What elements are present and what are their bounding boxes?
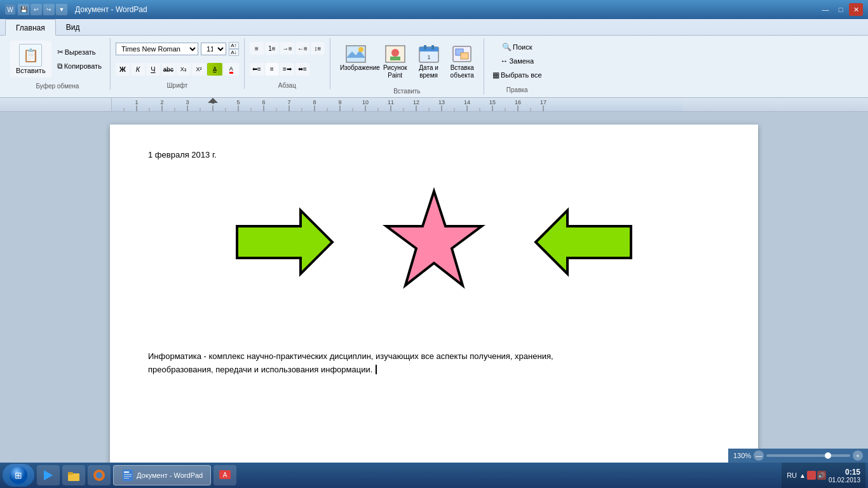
- highlight-button[interactable]: A̲: [207, 63, 222, 76]
- paste-button[interactable]: 📋 Вставить: [10, 41, 51, 78]
- object-label: Вставка объекта: [451, 64, 474, 79]
- font-color-button[interactable]: A: [224, 63, 239, 76]
- taskbar-explorer-button[interactable]: [62, 465, 85, 485]
- ribbon-group-paragraph: ≡ 1≡ →≡ ←≡ ↕≡ ⬅≡ ≡ ≡➡ ⬌≡ Абзац: [245, 38, 330, 89]
- line-spacing-button[interactable]: ↕≡: [311, 42, 325, 55]
- select-all-button[interactable]: ▦ Выбрать все: [489, 69, 545, 81]
- signal-icon[interactable]: [807, 471, 816, 480]
- document-body-text[interactable]: Информатика - комплекс научно-практическ…: [148, 350, 593, 377]
- indent-more-button[interactable]: →≡: [280, 42, 294, 55]
- increase-font-button[interactable]: A↑: [229, 42, 239, 49]
- editing-label: Правка: [489, 84, 545, 93]
- italic-button[interactable]: К: [131, 63, 145, 76]
- clipboard-label: Буфер обмена: [10, 80, 105, 90]
- ribbon-group-clipboard: 📋 Вставить ✂ Вырезать ⧉ Копировать Буфер…: [5, 38, 111, 90]
- decrease-font-button[interactable]: A↓: [229, 49, 239, 56]
- taskbar-wordpad-button[interactable]: Документ - WordPad: [113, 465, 211, 485]
- picture-button[interactable]: Изображение: [336, 41, 376, 75]
- superscript-button[interactable]: X²: [192, 63, 206, 76]
- tab-view[interactable]: Вид: [56, 19, 90, 35]
- document-date: 1 февраля 2013 г.: [148, 150, 720, 159]
- taskbar-media-button[interactable]: [37, 465, 60, 485]
- paragraph-row2: ⬅≡ ≡ ≡➡ ⬌≡: [250, 59, 309, 80]
- zoom-decrease-button[interactable]: —: [754, 451, 764, 461]
- body-text-content: Информатика - комплекс научно-практическ…: [148, 351, 553, 374]
- network-icon[interactable]: ▲: [799, 472, 806, 479]
- cut-button[interactable]: ✂ Вырезать: [54, 46, 105, 58]
- wordpad-taskbar-label: Документ - WordPad: [137, 471, 203, 479]
- tray-icons: ▲ 🔊: [799, 471, 826, 480]
- font-label: Шрифт: [116, 79, 239, 89]
- right-arrow-shape: [231, 204, 339, 280]
- zoom-controls: — +: [754, 451, 863, 461]
- time-display: 0:15: [845, 468, 860, 477]
- align-center-button[interactable]: ≡: [265, 63, 279, 76]
- maximize-button[interactable]: □: [834, 3, 848, 16]
- svg-text:12: 12: [413, 99, 419, 105]
- copy-icon: ⧉: [57, 62, 63, 71]
- title-bar: W 💾 ↩ ↪ ▼ Документ - WordPad — □ ✕: [0, 0, 868, 19]
- minimize-button[interactable]: —: [818, 3, 832, 16]
- object-button[interactable]: Вставка объекта: [446, 41, 478, 83]
- svg-text:7: 7: [287, 99, 290, 105]
- qa-save[interactable]: 💾: [18, 4, 29, 15]
- qa-undo[interactable]: ↩: [31, 4, 42, 15]
- find-button[interactable]: 🔍 Поиск: [499, 41, 535, 53]
- indent-less-button[interactable]: ←≡: [295, 42, 309, 55]
- svg-text:5: 5: [236, 99, 240, 105]
- close-button[interactable]: ✕: [849, 3, 863, 16]
- svg-text:A: A: [223, 471, 227, 478]
- underline-button[interactable]: Ч: [146, 63, 160, 76]
- ruler: 1 2 3 4 5 6 7 8 9 10 11: [0, 98, 868, 112]
- subscript-button[interactable]: X₂: [177, 63, 191, 76]
- cut-icon: ✂: [57, 48, 64, 57]
- start-button[interactable]: ⊞: [3, 464, 34, 487]
- document-page: 1 февраля 2013 г. Информатика - комплекс…: [110, 125, 758, 463]
- ribbon: Главная Вид 📋 Вставить ✂ Вырезать ⧉ Коп: [0, 19, 868, 98]
- ribbon-group-font: Times New Roman Arial 11 12 14 A↑ A↓ Ж К…: [111, 38, 245, 89]
- zoom-slider-thumb[interactable]: [825, 452, 831, 459]
- svg-rect-7: [419, 47, 438, 51]
- taskbar-firefox-button[interactable]: [88, 465, 111, 485]
- svg-rect-80: [124, 474, 132, 475]
- speaker-icon[interactable]: 🔊: [817, 471, 826, 480]
- taskbar-flashcard-button[interactable]: A: [214, 465, 236, 485]
- font-name-select[interactable]: Times New Roman Arial: [116, 43, 198, 55]
- qa-dropdown[interactable]: ▼: [56, 4, 67, 15]
- zoom-bar: 130% — +: [728, 449, 868, 463]
- align-justify-button[interactable]: ⬌≡: [295, 63, 309, 76]
- svg-point-2: [358, 47, 363, 52]
- ribbon-group-insert: Изображение Рисунок Paint: [330, 38, 484, 95]
- bold-button[interactable]: Ж: [116, 63, 130, 76]
- tab-home[interactable]: Главная: [5, 19, 56, 36]
- svg-text:11: 11: [388, 99, 394, 105]
- document-area[interactable]: 1 февраля 2013 г. Информатика - комплекс…: [0, 112, 868, 463]
- object-icon: [452, 44, 472, 64]
- numbering-button[interactable]: 1≡: [265, 42, 279, 55]
- svg-rect-13: [461, 53, 468, 59]
- bullets-button[interactable]: ≡: [250, 42, 264, 55]
- svg-text:1: 1: [135, 99, 138, 105]
- svg-marker-70: [536, 210, 631, 274]
- zoom-increase-button[interactable]: +: [853, 451, 863, 461]
- svg-text:10: 10: [362, 99, 369, 105]
- svg-marker-69: [386, 191, 482, 285]
- clipboard-sub: ✂ Вырезать ⧉ Копировать: [54, 46, 105, 72]
- svg-point-77: [96, 472, 102, 478]
- datetime-button[interactable]: 1 Дата и время: [414, 41, 444, 83]
- paint-button[interactable]: Рисунок Paint: [379, 41, 412, 83]
- clock[interactable]: 0:15 01.02.2013: [829, 468, 860, 484]
- replace-button[interactable]: ↔ Замена: [497, 55, 537, 67]
- app-icon: W: [5, 4, 15, 15]
- copy-button[interactable]: ⧉ Копировать: [54, 60, 105, 72]
- language-indicator[interactable]: RU: [787, 471, 797, 479]
- language-text: RU: [787, 471, 797, 479]
- zoom-slider[interactable]: [766, 454, 850, 457]
- align-right-button[interactable]: ≡➡: [280, 63, 294, 76]
- strikethrough-button[interactable]: abc: [161, 63, 175, 76]
- font-row2: Ж К Ч abc X₂ X² A̲ A: [116, 60, 239, 80]
- qa-redo[interactable]: ↪: [43, 4, 55, 15]
- editing-content: 🔍 Поиск ↔ Замена ▦ Выбрать все: [489, 38, 545, 84]
- font-size-select[interactable]: 11 12 14: [201, 43, 226, 55]
- align-left-button[interactable]: ⬅≡: [250, 63, 264, 76]
